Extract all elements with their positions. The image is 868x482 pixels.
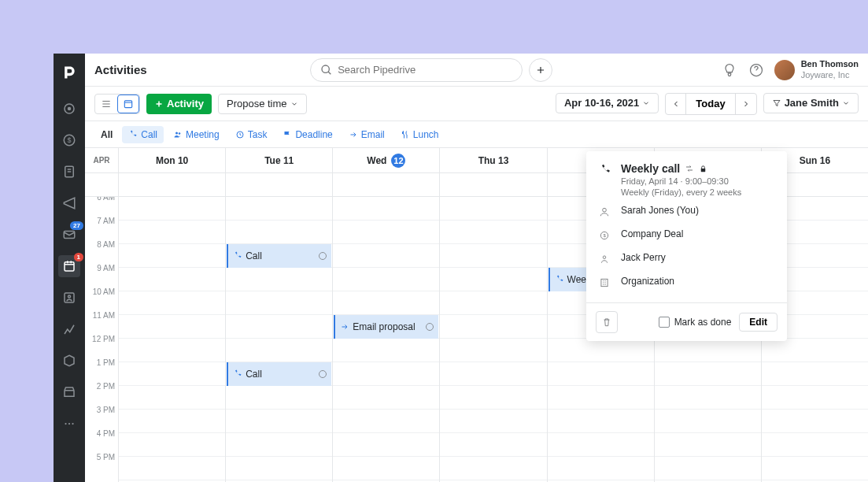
sidebar-contacts-icon[interactable] [58,287,80,309]
col-wed[interactable]: Email proposal [332,197,439,482]
popover-org[interactable]: Organization [621,276,674,287]
col-thu[interactable] [439,197,546,482]
today-button[interactable]: Today [686,94,735,114]
svg-rect-14 [124,100,131,107]
help-icon[interactable] [746,60,766,80]
trash-icon [601,317,612,328]
popover-recurrence: Weekly (Friday), every 2 weeks [621,187,741,197]
search-icon [320,64,333,76]
prev-week-button[interactable] [666,94,686,114]
repeat-icon [685,164,694,173]
propose-time-button[interactable]: Propose time [218,94,307,114]
svg-point-10 [68,423,70,425]
view-toggle [94,94,140,114]
org-icon [599,277,611,291]
sidebar-mail-icon[interactable]: 27 [58,224,80,246]
mark-as-done-checkbox[interactable]: Mark as done [659,317,732,328]
sidebar-marketplace-icon[interactable] [58,381,80,403]
topbar: Activities Ben Thomson Joyware, Inc [85,54,868,87]
sidebar-insights-icon[interactable] [58,318,80,340]
arrow-icon [340,322,349,332]
user-icon [599,206,611,221]
filter-deadline[interactable]: Deadline [276,126,338,143]
plus-icon [535,65,546,76]
sidebar-focus-icon[interactable] [58,98,80,120]
date-range-label: Apr 10-16, 2021 [564,97,639,109]
popover-person[interactable]: Jack Perry [621,252,666,263]
filter-lunch[interactable]: Lunch [394,126,445,143]
filter-task[interactable]: Task [229,126,274,143]
add-button[interactable] [529,58,552,82]
day-mon[interactable]: Mon 10 [118,148,225,172]
delete-button[interactable] [596,311,618,333]
status-circle [426,323,434,331]
sidebar-deals-icon[interactable]: $ [58,129,80,151]
toolbar: Activity Propose time Apr 10-16, 2021 To… [85,87,868,121]
user-filter-button[interactable]: Jane Smith [763,93,859,113]
svg-point-15 [175,132,178,134]
svg-point-12 [322,65,329,72]
next-week-button[interactable] [736,94,756,114]
checkbox-icon [659,317,670,328]
lock-icon [699,165,707,173]
event-call-tue-1pm[interactable]: Call [227,362,331,386]
month-label: APR [85,148,118,172]
logo-icon [58,61,80,83]
user-org: Joyware, Inc [801,70,859,80]
filter-meeting[interactable]: Meeting [167,126,226,143]
svg-point-8 [68,295,71,298]
filter-all[interactable]: All [94,126,119,143]
day-tue[interactable]: Tue 11 [225,148,332,172]
search-input-wrap[interactable] [310,58,523,82]
activity-popover: Weekly call Friday, April 14 · 9:00–09:3… [586,151,787,341]
arrow-icon [349,130,358,139]
date-range-button[interactable]: Apr 10-16, 2021 [556,93,659,113]
filter-email[interactable]: Email [342,126,391,143]
svg-rect-18 [701,169,706,172]
list-view-button[interactable] [95,95,117,113]
sidebar-products-icon[interactable] [58,350,80,372]
utensils-icon [401,130,410,139]
propose-label: Propose time [227,98,287,109]
add-activity-button[interactable]: Activity [146,94,212,114]
phone-icon [555,275,564,284]
popover-title: Weekly call [621,162,741,175]
col-tue[interactable]: Call Call [225,197,332,482]
phone-icon [233,251,242,261]
filter-call[interactable]: Call [122,126,164,143]
svg-text:$: $ [603,233,606,238]
people-icon [173,130,183,139]
page-title: Activities [94,63,147,76]
col-mon[interactable] [118,197,225,482]
svg-text:$: $ [67,136,71,144]
activities-badge: 1 [74,253,83,261]
activity-label: Activity [167,98,204,109]
sidebar-activities-icon[interactable]: 1 [58,255,80,277]
calendar-view-button[interactable] [117,95,139,113]
user-filter-label: Jane Smith [785,97,839,109]
activity-type-filters: All Call Meeting Task Deadline Email Lun… [85,121,868,148]
left-sidebar: $ 27 1 [54,54,85,482]
sidebar-campaigns-icon[interactable] [58,192,80,214]
user-info[interactable]: Ben Thomson Joyware, Inc [801,59,859,80]
sidebar-more-icon[interactable] [58,413,80,435]
chevron-down-icon [842,99,850,107]
phone-icon [599,164,611,180]
date-nav-group: Today [665,93,756,115]
search-input[interactable] [338,64,512,76]
popover-owner[interactable]: Sarah Jones (You) [621,205,699,216]
event-email-proposal[interactable]: Email proposal [334,315,438,339]
chevron-down-icon [642,99,650,107]
day-wed[interactable]: Wed12 [332,148,439,172]
sidebar-projects-icon[interactable] [58,161,80,183]
day-thu[interactable]: Thu 13 [439,148,546,172]
user-avatar[interactable] [774,60,795,80]
flag-icon [283,130,292,139]
popover-deal[interactable]: Company Deal [621,228,683,239]
assistant-icon[interactable] [719,60,740,80]
event-call-tue-8am[interactable]: Call [227,244,331,268]
svg-point-22 [603,256,606,259]
deal-icon: $ [599,230,611,244]
edit-button[interactable]: Edit [739,313,778,332]
svg-point-16 [179,132,181,135]
